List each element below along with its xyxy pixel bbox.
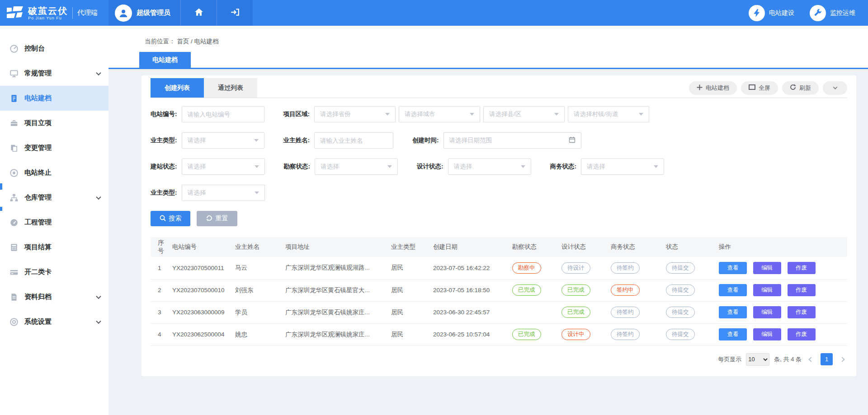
main-content: 当前位置： 首页 / 电站建档 电站建档 创建列表 通过列表 电站建档: [108, 26, 868, 415]
logout-icon: [231, 8, 240, 18]
logo-icon: [6, 5, 24, 21]
page-number-button[interactable]: 1: [821, 353, 833, 365]
monitor-icon: [9, 69, 19, 79]
caret-down-icon: [254, 139, 259, 142]
breadcrumb-path: 首页 / 电站建档: [177, 38, 218, 45]
business-status-label: 商务状态:: [550, 163, 577, 171]
station-code-label: 电站编号:: [151, 110, 177, 118]
view-button[interactable]: 查看: [719, 262, 747, 274]
void-button[interactable]: 作废: [788, 306, 816, 318]
owner-name-input[interactable]: [314, 132, 393, 149]
city-select[interactable]: 请选择城市: [399, 106, 480, 122]
survey-status-badge: 已完成: [512, 329, 541, 340]
header-user-block: 超级管理员: [108, 0, 253, 26]
user-menu[interactable]: 超级管理员: [108, 0, 180, 26]
search-button[interactable]: 搜索: [151, 211, 190, 226]
owner-type-select[interactable]: 请选择: [182, 132, 264, 149]
sidebar-item-project-initiation[interactable]: 项目立项: [0, 111, 108, 135]
tab-underline: [108, 68, 868, 69]
sidebar-item-system-settings[interactable]: 系统设置: [0, 309, 108, 334]
status-badge: 待提交: [666, 307, 695, 318]
survey-status-badge: 已完成: [512, 284, 541, 296]
build-status-label: 建站状态:: [151, 163, 177, 171]
chevron-down-icon: [833, 85, 837, 89]
document-icon: [9, 93, 19, 103]
per-page-select[interactable]: 10: [746, 353, 769, 366]
chevron-down-icon: [96, 194, 101, 199]
county-select[interactable]: 请选择县/区: [483, 106, 565, 122]
page-tab-station-archive[interactable]: 电站建档: [139, 52, 191, 68]
sidebar-item-general-mgmt[interactable]: 常规管理: [0, 61, 108, 86]
build-status-select[interactable]: 请选择: [182, 159, 265, 175]
home-button[interactable]: [180, 0, 217, 26]
edit-button[interactable]: 编辑: [753, 306, 781, 318]
file-archive-icon: [9, 292, 19, 302]
survey-status-select[interactable]: 请选择: [315, 159, 398, 175]
fullscreen-button[interactable]: 全屏: [741, 81, 778, 95]
sidebar-item-open-type2-card[interactable]: 开二类卡: [0, 260, 108, 284]
town-select[interactable]: 请选择村镇/街道: [568, 106, 649, 122]
view-button[interactable]: 查看: [719, 328, 747, 340]
sidebar-item-data-archive[interactable]: 资料归档: [0, 284, 108, 309]
logout-button[interactable]: [217, 0, 253, 26]
sidebar-item-console[interactable]: 控制台: [0, 36, 108, 61]
sidebar-item-project-settlement[interactable]: 项目结算: [0, 235, 108, 260]
void-button[interactable]: 作废: [788, 262, 816, 274]
nav-monitoring-ops-label: 监控运维: [830, 9, 855, 17]
design-status-select[interactable]: 请选择: [448, 159, 531, 175]
per-page-suffix: 条, 共 4 条: [774, 355, 802, 364]
plus-icon: [697, 84, 703, 92]
wrench-icon: [810, 5, 826, 21]
refresh-button[interactable]: 刷新: [782, 81, 819, 95]
business-status-select[interactable]: 请选择: [581, 159, 664, 175]
design-status-badge: 待设计: [561, 262, 590, 274]
collapse-toolbar-button[interactable]: [823, 81, 847, 95]
nav-station-construction-label: 电站建设: [769, 9, 794, 17]
sidebar-item-warehouse-mgmt[interactable]: 仓库管理: [0, 185, 108, 210]
owner-type-label: 业主类型:: [151, 136, 177, 145]
sitemap-icon: [9, 193, 19, 203]
owner-type2-label: 业主类型:: [151, 189, 177, 197]
station-code-input[interactable]: [182, 106, 264, 122]
status-badge: 待提交: [666, 329, 695, 340]
stations-table: 序号 电站编号 业主姓名 项目地址 业主类型 创建日期 勘察状态 设计状态 商务…: [151, 237, 847, 346]
tab-created-list[interactable]: 创建列表: [151, 78, 204, 98]
refresh-icon: [790, 84, 796, 92]
owner-type2-select[interactable]: 请选择: [182, 185, 265, 201]
tab-passed-list[interactable]: 通过列表: [204, 78, 257, 98]
gear-icon: [9, 317, 19, 327]
nav-monitoring-ops[interactable]: 监控运维: [810, 5, 855, 21]
sidebar-item-station-termination[interactable]: 电站终止: [0, 160, 108, 185]
breadcrumb: 当前位置： 首页 / 电站建档: [108, 26, 868, 46]
reset-button[interactable]: 重置: [197, 211, 237, 226]
design-status-badge: 已完成: [561, 284, 590, 296]
void-button[interactable]: 作废: [788, 284, 816, 296]
logo-divider: [72, 7, 73, 19]
target-icon: [9, 168, 19, 178]
sidebar-item-engineering-mgmt[interactable]: 工程管理: [0, 210, 108, 235]
edit-button[interactable]: 编辑: [753, 328, 781, 340]
date-range-input[interactable]: 请选择日期范围: [443, 132, 581, 149]
view-button[interactable]: 查看: [719, 284, 747, 296]
caret-down-icon: [255, 191, 259, 194]
portal-label: 代理端: [77, 9, 98, 17]
void-button[interactable]: 作废: [788, 328, 816, 340]
caret-down-icon: [654, 165, 658, 168]
province-select[interactable]: 请选择省份: [314, 106, 396, 122]
business-status-badge: 签约中: [611, 284, 640, 296]
prev-page-button[interactable]: [806, 354, 816, 364]
sidebar-item-station-archive[interactable]: 电站建档: [0, 86, 108, 111]
logo-subtitle: Po Jian Yun Fu: [28, 16, 68, 20]
view-button[interactable]: 查看: [719, 306, 747, 318]
gauge-icon: [9, 218, 19, 228]
nav-station-construction[interactable]: 电站建设: [749, 5, 794, 21]
edit-button[interactable]: 编辑: [753, 262, 781, 274]
chevron-down-icon: [96, 70, 101, 75]
next-page-button[interactable]: [837, 354, 847, 364]
logo[interactable]: 破茧云伏 Po Jian Yun Fu 代理端: [0, 0, 108, 26]
table-row: 2 YX2023070500010 刘强东 广东深圳龙华区黄石镇星官大... 居…: [151, 279, 847, 301]
create-station-button[interactable]: 电站建档: [689, 81, 737, 95]
sidebar-item-change-mgmt[interactable]: 变更管理: [0, 135, 108, 160]
edit-button[interactable]: 编辑: [753, 284, 781, 296]
calendar-icon: [569, 136, 576, 145]
